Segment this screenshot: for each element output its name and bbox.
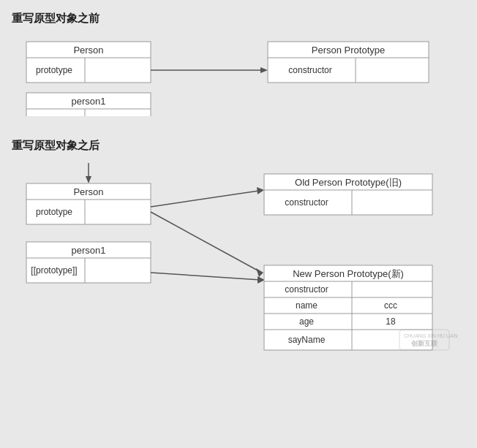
section2-svg: Person prototype Old Person Prototype(旧)… xyxy=(12,163,458,353)
s2-person-title: Person xyxy=(73,186,103,197)
section-after: 重写原型对象之后 Person prototype Old Person Pro… xyxy=(12,139,465,355)
s1-pp-constructor: constructor xyxy=(288,65,331,75)
s2-new-age-label: age xyxy=(299,316,314,327)
s2-old-constructor: constructor xyxy=(285,197,328,208)
watermark-text: 创新互联 xyxy=(410,339,438,347)
watermark-subtext: CHUANG XIN HU LIAN xyxy=(404,333,458,338)
svg-line-15 xyxy=(151,212,259,271)
s2-person1-proto: [[prototype]] xyxy=(31,265,77,276)
s2-arrow-old xyxy=(257,187,264,194)
s1-person1-title: person1 xyxy=(72,96,106,107)
s2-new-sayname-label: sayName xyxy=(288,335,326,345)
s1-person-prototype-label: prototype xyxy=(36,65,72,75)
s2-new-constructor: constructor xyxy=(285,284,328,295)
s2-new-name-label: name xyxy=(296,300,318,311)
section1-svg: Person prototype Person Prototype constr… xyxy=(12,36,458,116)
section-after-title: 重写原型对象之后 xyxy=(12,139,465,153)
s2-new-name-value: ccc xyxy=(384,300,397,311)
s1-pp-title: Person Prototype xyxy=(312,45,385,56)
s2-person-prototype: prototype xyxy=(36,207,72,217)
s2-new-age-value: 18 xyxy=(386,316,396,327)
s1-person-title: Person xyxy=(73,45,103,56)
svg-line-22 xyxy=(151,273,260,280)
s1-arrow1 xyxy=(260,67,268,73)
section-before-title: 重写原型对象之前 xyxy=(12,12,465,26)
s2-person1-title: person1 xyxy=(72,245,106,256)
section1-diagram: Person prototype Person Prototype constr… xyxy=(12,36,465,118)
s2-arrow-new xyxy=(256,268,263,277)
s2-down-arrow xyxy=(86,176,91,183)
s2-new-pp-title: New Person Prototype(新) xyxy=(293,268,404,279)
section-before: 重写原型对象之前 Person prototype Person Prototy… xyxy=(12,12,465,118)
svg-line-14 xyxy=(151,191,259,207)
s2-old-pp-title: Old Person Prototype(旧) xyxy=(295,177,402,188)
section2-diagram: Person prototype Old Person Prototype(旧)… xyxy=(12,163,465,355)
